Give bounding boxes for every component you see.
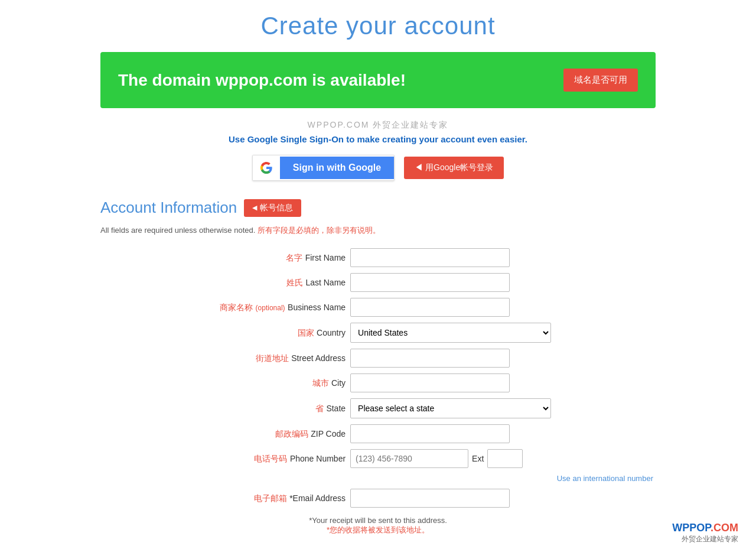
zip-code-row: 邮政编码 ZIP Code (100, 421, 656, 446)
google-g-icon (260, 161, 273, 174)
google-signin-label: Sign in with Google (280, 157, 394, 179)
state-select[interactable]: Please select a state Alabama Alaska Ari… (350, 398, 551, 418)
phone-input-group: Ext (350, 449, 653, 468)
city-label: 城市 City (100, 371, 348, 395)
google-sso-subtitle: Use Google Single Sign-On to make creati… (0, 134, 756, 144)
ext-input[interactable] (487, 449, 523, 468)
city-row: 城市 City (100, 371, 656, 395)
wppop-subtitle: WPPOP.COM 外贸企业建站专家 (0, 120, 756, 131)
business-name-input[interactable] (350, 298, 510, 317)
phone-input[interactable] (350, 449, 468, 468)
intl-note-row: Use an international number (100, 471, 656, 486)
domain-badge: 域名是否可用 (563, 69, 638, 92)
wppop-watermark: WPPOP.COM 外贸企业建站专家 (672, 522, 738, 544)
phone-row: 电话号码 Phone Number Ext (100, 446, 656, 471)
form-table: 名字 First Name 姓氏 Last Name 商家名称 (100, 245, 656, 538)
receipt-note-cn: *您的收据将被发送到该地址。 (103, 525, 653, 535)
last-name-row: 姓氏 Last Name (100, 270, 656, 295)
required-note: All fields are required unless otherwise… (100, 225, 656, 236)
section-title: Account Information (100, 199, 237, 217)
last-name-input[interactable] (350, 273, 510, 292)
domain-banner-text: The domain wppop.com is available! (118, 71, 406, 90)
domain-banner: The domain wppop.com is available! 域名是否可… (100, 52, 656, 108)
page-title: Create your account (0, 12, 756, 40)
google-badge-arrow: ◀ (415, 163, 425, 172)
last-name-label: 姓氏 Last Name (100, 270, 348, 295)
watermark-sub: 外贸企业建站专家 (672, 534, 738, 544)
zip-code-input[interactable] (350, 424, 510, 443)
street-address-input[interactable] (350, 349, 510, 368)
zip-code-label: 邮政编码 ZIP Code (100, 421, 348, 446)
phone-label: 电话号码 Phone Number (100, 446, 348, 471)
account-info-section: Account Information 帐号信息 All fields are … (100, 199, 656, 538)
receipt-note-row: *Your receipt will be sent to this addre… (100, 511, 656, 538)
watermark-brand: WPPOP.COM (672, 522, 738, 534)
intl-note: Use an international number (100, 471, 656, 486)
section-header: Account Information 帐号信息 (100, 199, 656, 217)
business-name-row: 商家名称 (optional) Business Name (100, 295, 656, 320)
subtitle-area: WPPOP.COM 外贸企业建站专家 Use Google Single Sig… (0, 120, 756, 144)
ext-label: Ext (472, 454, 484, 463)
country-row: 国家 Country United States Canada United K… (100, 320, 656, 346)
state-row: 省 State Please select a state Alabama Al… (100, 395, 656, 421)
business-name-label: 商家名称 (optional) Business Name (100, 295, 348, 320)
first-name-label: 名字 First Name (100, 245, 348, 270)
email-label: 电子邮箱 *Email Address (100, 486, 348, 511)
email-row: 电子邮箱 *Email Address (100, 486, 656, 511)
city-input[interactable] (350, 373, 510, 392)
street-address-row: 街道地址 Street Address (100, 346, 656, 371)
google-badge: ◀ 用Google帐号登录 (404, 157, 504, 179)
country-label: 国家 Country (100, 320, 348, 346)
first-name-row: 名字 First Name (100, 245, 656, 270)
google-icon-box (253, 155, 280, 180)
section-badge: 帐号信息 (244, 199, 301, 217)
country-select[interactable]: United States Canada United Kingdom Aust… (350, 323, 551, 343)
receipt-note-en: *Your receipt will be sent to this addre… (103, 516, 653, 525)
state-label: 省 State (100, 395, 348, 421)
first-name-input[interactable] (350, 248, 510, 267)
google-signin-button[interactable]: Sign in with Google (252, 155, 395, 181)
street-address-label: 街道地址 Street Address (100, 346, 348, 371)
google-signin-area: Sign in with Google ◀ 用Google帐号登录 (0, 155, 756, 181)
email-input[interactable] (350, 489, 510, 508)
